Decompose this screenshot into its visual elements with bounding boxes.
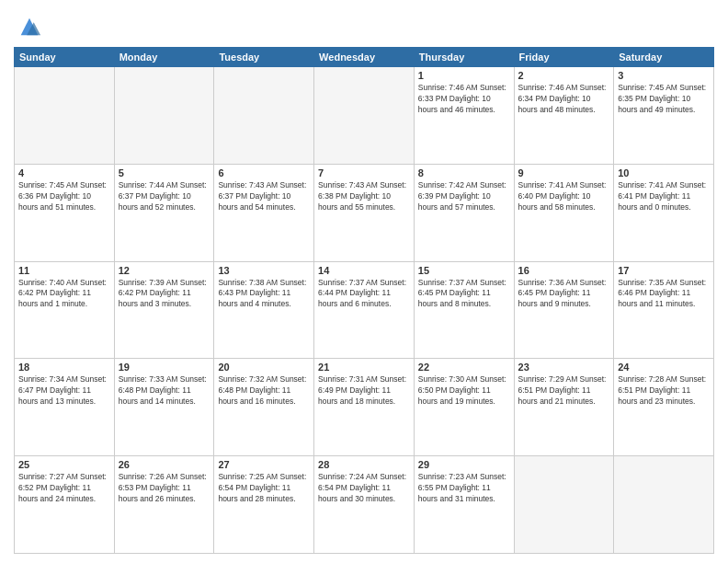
calendar-table: SundayMondayTuesdayWednesdayThursdayFrid…: [14, 47, 714, 554]
calendar-cell: 14Sunrise: 7:37 AM Sunset: 6:44 PM Dayli…: [314, 261, 415, 359]
calendar-cell: 3Sunrise: 7:45 AM Sunset: 6:35 PM Daylig…: [614, 67, 714, 165]
week-row-4: 25Sunrise: 7:27 AM Sunset: 6:52 PM Dayli…: [15, 456, 714, 554]
day-info: Sunrise: 7:46 AM Sunset: 6:34 PM Dayligh…: [518, 83, 610, 116]
day-number: 24: [618, 362, 710, 373]
day-info: Sunrise: 7:43 AM Sunset: 6:37 PM Dayligh…: [218, 180, 310, 213]
day-number: 19: [119, 362, 210, 373]
day-number: 26: [119, 459, 210, 470]
calendar-cell: 6Sunrise: 7:43 AM Sunset: 6:37 PM Daylig…: [214, 164, 314, 261]
calendar-cell: 26Sunrise: 7:26 AM Sunset: 6:53 PM Dayli…: [114, 456, 214, 554]
day-number: 18: [18, 362, 110, 373]
header-saturday: Saturday: [614, 48, 714, 67]
header-wednesday: Wednesday: [314, 48, 415, 67]
day-info: Sunrise: 7:28 AM Sunset: 6:51 PM Dayligh…: [618, 374, 710, 408]
day-info: Sunrise: 7:46 AM Sunset: 6:33 PM Dayligh…: [418, 83, 510, 116]
logo: [14, 14, 42, 40]
day-number: 28: [318, 459, 410, 470]
day-number: 22: [418, 362, 510, 373]
page: SundayMondayTuesdayWednesdayThursdayFrid…: [0, 0, 728, 563]
day-number: 7: [318, 167, 410, 178]
day-number: 17: [618, 265, 710, 276]
calendar-cell: 7Sunrise: 7:43 AM Sunset: 6:38 PM Daylig…: [314, 164, 415, 261]
day-number: 25: [18, 459, 110, 470]
calendar-cell: 22Sunrise: 7:30 AM Sunset: 6:50 PM Dayli…: [414, 359, 514, 456]
day-info: Sunrise: 7:45 AM Sunset: 6:35 PM Dayligh…: [618, 83, 710, 116]
day-number: 14: [318, 265, 410, 276]
calendar-cell: 27Sunrise: 7:25 AM Sunset: 6:54 PM Dayli…: [214, 456, 314, 554]
day-number: 3: [618, 70, 710, 81]
day-number: 15: [418, 265, 510, 276]
day-number: 5: [119, 167, 210, 178]
calendar-cell: 2Sunrise: 7:46 AM Sunset: 6:34 PM Daylig…: [514, 67, 614, 165]
day-info: Sunrise: 7:45 AM Sunset: 6:36 PM Dayligh…: [18, 180, 110, 213]
header-thursday: Thursday: [414, 48, 514, 67]
day-info: Sunrise: 7:42 AM Sunset: 6:39 PM Dayligh…: [418, 180, 510, 213]
day-number: 1: [418, 70, 510, 81]
calendar-cell: 29Sunrise: 7:23 AM Sunset: 6:55 PM Dayli…: [414, 456, 514, 554]
day-info: Sunrise: 7:25 AM Sunset: 6:54 PM Dayligh…: [218, 472, 310, 505]
day-info: Sunrise: 7:37 AM Sunset: 6:45 PM Dayligh…: [418, 278, 510, 311]
calendar-cell: 4Sunrise: 7:45 AM Sunset: 6:36 PM Daylig…: [15, 164, 115, 261]
day-number: 10: [618, 167, 710, 178]
calendar-cell: 24Sunrise: 7:28 AM Sunset: 6:51 PM Dayli…: [614, 359, 714, 456]
calendar-cell: 13Sunrise: 7:38 AM Sunset: 6:43 PM Dayli…: [214, 261, 314, 359]
day-number: 29: [418, 459, 510, 470]
day-number: 6: [218, 167, 310, 178]
day-number: 20: [218, 362, 310, 373]
day-number: 16: [518, 265, 610, 276]
day-info: Sunrise: 7:43 AM Sunset: 6:38 PM Dayligh…: [318, 180, 410, 213]
day-number: 8: [418, 167, 510, 178]
calendar-cell: [314, 67, 415, 165]
calendar-cell: 12Sunrise: 7:39 AM Sunset: 6:42 PM Dayli…: [114, 261, 214, 359]
logo-icon: [17, 14, 42, 40]
day-number: 12: [119, 265, 210, 276]
calendar-cell: 25Sunrise: 7:27 AM Sunset: 6:52 PM Dayli…: [15, 456, 115, 554]
day-info: Sunrise: 7:26 AM Sunset: 6:53 PM Dayligh…: [119, 472, 210, 505]
header: [14, 9, 714, 40]
calendar-cell: 1Sunrise: 7:46 AM Sunset: 6:33 PM Daylig…: [414, 67, 514, 165]
day-info: Sunrise: 7:39 AM Sunset: 6:42 PM Dayligh…: [119, 278, 210, 311]
day-info: Sunrise: 7:29 AM Sunset: 6:51 PM Dayligh…: [518, 374, 610, 408]
calendar-cell: [214, 67, 314, 165]
day-number: 27: [218, 459, 310, 470]
day-info: Sunrise: 7:37 AM Sunset: 6:44 PM Dayligh…: [318, 278, 410, 311]
calendar-cell: [514, 456, 614, 554]
day-info: Sunrise: 7:35 AM Sunset: 6:46 PM Dayligh…: [618, 278, 710, 311]
calendar-cell: 9Sunrise: 7:41 AM Sunset: 6:40 PM Daylig…: [514, 164, 614, 261]
calendar-cell: 17Sunrise: 7:35 AM Sunset: 6:46 PM Dayli…: [614, 261, 714, 359]
week-row-2: 11Sunrise: 7:40 AM Sunset: 6:42 PM Dayli…: [15, 261, 714, 359]
calendar-cell: 15Sunrise: 7:37 AM Sunset: 6:45 PM Dayli…: [414, 261, 514, 359]
day-info: Sunrise: 7:27 AM Sunset: 6:52 PM Dayligh…: [18, 472, 110, 505]
header-monday: Monday: [114, 48, 214, 67]
day-info: Sunrise: 7:38 AM Sunset: 6:43 PM Dayligh…: [218, 278, 310, 311]
calendar-cell: 21Sunrise: 7:31 AM Sunset: 6:49 PM Dayli…: [314, 359, 415, 456]
day-info: Sunrise: 7:44 AM Sunset: 6:37 PM Dayligh…: [119, 180, 210, 213]
day-number: 11: [18, 265, 110, 276]
day-number: 9: [518, 167, 610, 178]
calendar-cell: 23Sunrise: 7:29 AM Sunset: 6:51 PM Dayli…: [514, 359, 614, 456]
header-sunday: Sunday: [15, 48, 115, 67]
day-number: 21: [318, 362, 410, 373]
day-number: 13: [218, 265, 310, 276]
calendar-cell: [114, 67, 214, 165]
calendar-header-row: SundayMondayTuesdayWednesdayThursdayFrid…: [15, 48, 714, 67]
day-info: Sunrise: 7:34 AM Sunset: 6:47 PM Dayligh…: [18, 374, 110, 408]
calendar-cell: [614, 456, 714, 554]
day-info: Sunrise: 7:40 AM Sunset: 6:42 PM Dayligh…: [18, 278, 110, 311]
calendar-cell: 8Sunrise: 7:42 AM Sunset: 6:39 PM Daylig…: [414, 164, 514, 261]
calendar-cell: 11Sunrise: 7:40 AM Sunset: 6:42 PM Dayli…: [15, 261, 115, 359]
day-info: Sunrise: 7:31 AM Sunset: 6:49 PM Dayligh…: [318, 374, 410, 408]
calendar-cell: [15, 67, 115, 165]
day-info: Sunrise: 7:30 AM Sunset: 6:50 PM Dayligh…: [418, 374, 510, 408]
day-info: Sunrise: 7:41 AM Sunset: 6:41 PM Dayligh…: [618, 180, 710, 213]
day-info: Sunrise: 7:23 AM Sunset: 6:55 PM Dayligh…: [418, 472, 510, 505]
calendar-cell: 18Sunrise: 7:34 AM Sunset: 6:47 PM Dayli…: [15, 359, 115, 456]
day-info: Sunrise: 7:36 AM Sunset: 6:45 PM Dayligh…: [518, 278, 610, 311]
day-info: Sunrise: 7:41 AM Sunset: 6:40 PM Dayligh…: [518, 180, 610, 213]
calendar-cell: 28Sunrise: 7:24 AM Sunset: 6:54 PM Dayli…: [314, 456, 415, 554]
day-info: Sunrise: 7:32 AM Sunset: 6:48 PM Dayligh…: [218, 374, 310, 408]
header-tuesday: Tuesday: [214, 48, 314, 67]
day-info: Sunrise: 7:24 AM Sunset: 6:54 PM Dayligh…: [318, 472, 410, 505]
calendar-cell: 10Sunrise: 7:41 AM Sunset: 6:41 PM Dayli…: [614, 164, 714, 261]
week-row-3: 18Sunrise: 7:34 AM Sunset: 6:47 PM Dayli…: [15, 359, 714, 456]
